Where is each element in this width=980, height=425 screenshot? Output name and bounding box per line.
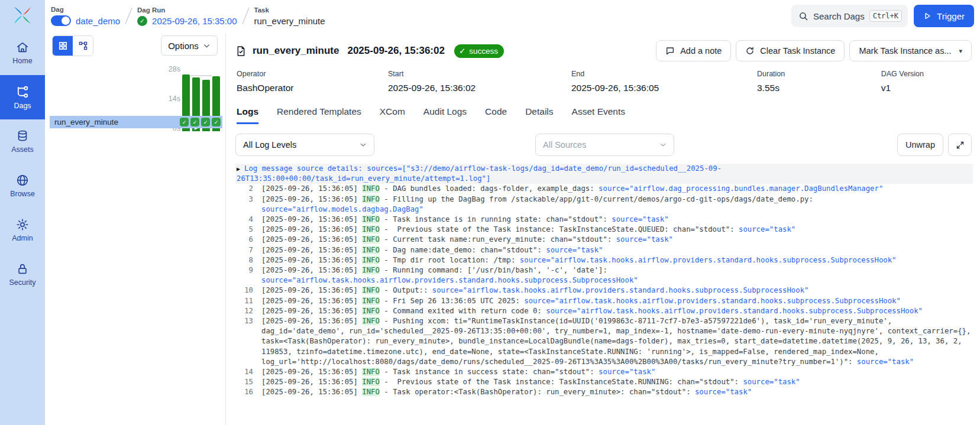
log-source-link[interactable]: Log message source details: sources=["s3… bbox=[237, 164, 722, 183]
log-line: 7[2025-09-26, 15:36:05] INFO - Dag name:… bbox=[235, 245, 973, 255]
log-level-select[interactable]: All Log Levels bbox=[235, 134, 374, 156]
log-line-number: 16 bbox=[235, 387, 253, 397]
sidebar-item-admin[interactable]: Admin bbox=[0, 208, 45, 252]
log-source-link[interactable]: source="task" bbox=[743, 378, 800, 386]
task-success-badge[interactable]: ✓ bbox=[212, 118, 221, 126]
tab-rendered-templates[interactable]: Rendered Templates bbox=[277, 106, 361, 124]
tab-xcom[interactable]: XCom bbox=[380, 106, 405, 124]
dags-icon bbox=[16, 85, 30, 99]
log-line-number: 14 bbox=[235, 367, 253, 377]
search-placeholder: Search Dags bbox=[813, 11, 865, 21]
log-source-link[interactable]: source="airflow.task.hooks.airflow.provi… bbox=[524, 297, 901, 305]
sidebar-item-label: Admin bbox=[12, 234, 33, 242]
log-source-link[interactable]: source="task" bbox=[739, 225, 795, 233]
log-level-chip: INFO bbox=[362, 317, 380, 325]
search-dags-input[interactable]: Search Dags Ctrl+K bbox=[791, 5, 908, 27]
log-source-link[interactable]: source="airflow.task.hooks.airflow.provi… bbox=[520, 256, 897, 264]
chevron-down-icon bbox=[659, 141, 667, 148]
sidebar-item-assets[interactable]: Assets bbox=[0, 119, 45, 164]
tab-bar: Logs Rendered Templates XCom Audit Logs … bbox=[232, 106, 980, 124]
log-line-number: 13 bbox=[235, 316, 253, 367]
log-source-link[interactable]: source="task" bbox=[616, 235, 673, 244]
log-line: 6[2025-09-26, 15:36:05] INFO - Current t… bbox=[235, 235, 973, 245]
log-source-link[interactable]: source="task" bbox=[695, 388, 752, 396]
fullscreen-button[interactable] bbox=[948, 134, 972, 156]
header-actions: Add a note Clear Task Instance Mark Task… bbox=[656, 40, 972, 61]
dag-run-link[interactable]: 2025-09-26, 15:35:00 bbox=[152, 16, 237, 26]
duration-chart: 28s 14s 0s ▶ bbox=[50, 51, 222, 116]
topbar: Dag date_demo Dag Run ✓ 2025-09-26, 15:3… bbox=[45, 0, 980, 32]
log-line-content: [2025-09-26, 15:36:05] INFO - Current ta… bbox=[261, 235, 973, 245]
clear-task-instance-button[interactable]: Clear Task Instance bbox=[736, 40, 845, 61]
tab-details[interactable]: Details bbox=[525, 106, 553, 124]
mark-as-label: Mark Task Instance as... bbox=[859, 46, 951, 56]
trigger-button[interactable]: Trigger bbox=[914, 5, 974, 27]
tab-logs[interactable]: Logs bbox=[237, 106, 258, 124]
expand-triangle-icon[interactable]: ▶ bbox=[237, 166, 240, 172]
log-source-link[interactable]: source="airflow.dag_processing.bundles.m… bbox=[599, 184, 883, 193]
airflow-logo[interactable] bbox=[0, 0, 45, 31]
log-level-chip: INFO bbox=[362, 184, 380, 193]
tab-audit-logs[interactable]: Audit Logs bbox=[423, 106, 467, 124]
add-note-button[interactable]: Add a note bbox=[656, 40, 731, 61]
expand-icon bbox=[956, 141, 965, 150]
sidebar-item-label: Security bbox=[9, 278, 35, 287]
log-source-link[interactable]: source="airflow.task.hooks.airflow.provi… bbox=[261, 276, 638, 284]
play-icon bbox=[923, 12, 932, 20]
log-line-content: [2025-09-26, 15:36:05] INFO - Command ex… bbox=[261, 306, 973, 316]
sidebar-item-browse[interactable]: Browse bbox=[0, 164, 45, 208]
tab-asset-events[interactable]: Asset Events bbox=[572, 106, 625, 124]
chevron-down-icon bbox=[360, 141, 367, 148]
log-line-content: [2025-09-26, 15:36:05] INFO - Previous s… bbox=[261, 225, 973, 235]
task-success-badge[interactable]: ✓ bbox=[190, 118, 199, 126]
log-source-link[interactable]: source="task" bbox=[857, 358, 914, 366]
log-source-link[interactable]: source="airflow.task.hooks.airflow.provi… bbox=[432, 286, 809, 294]
sidebar-item-security[interactable]: Security bbox=[0, 252, 45, 297]
check-icon: ✓ bbox=[459, 46, 465, 56]
log-level-chip: INFO bbox=[362, 246, 380, 254]
dag-link[interactable]: date_demo bbox=[76, 16, 120, 26]
log-line: 9[2025-09-26, 15:36:05] INFO - Running c… bbox=[235, 265, 973, 286]
log-lines: ▶Log message source details: sources=["s… bbox=[235, 164, 973, 398]
log-source-link[interactable]: source="airflow.models.dagbag.DagBag" bbox=[261, 205, 423, 213]
grid-panel: Options 28s 14s 0s ▶ run_every_minute ✓✓… bbox=[50, 33, 222, 425]
sidebar-item-home[interactable]: Home bbox=[0, 31, 45, 75]
log-line-number: 12 bbox=[235, 306, 253, 316]
task-success-badge[interactable]: ✓ bbox=[180, 118, 189, 126]
sidebar-item-dags[interactable]: Dags bbox=[0, 75, 45, 119]
unwrap-button[interactable]: Unwrap bbox=[897, 134, 943, 156]
globe-icon bbox=[16, 174, 29, 187]
log-line-number: 10 bbox=[235, 286, 253, 296]
log-line: 10[2025-09-26, 15:36:05] INFO - Output::… bbox=[235, 286, 973, 296]
meta-duration: Duration 3.55s bbox=[757, 70, 878, 93]
log-source-link[interactable]: source="task" bbox=[599, 368, 655, 376]
search-icon bbox=[798, 11, 808, 21]
home-icon bbox=[16, 41, 29, 54]
mark-task-instance-as-button[interactable]: Mark Task Instance as... ▾ bbox=[849, 40, 972, 61]
log-source-details-line[interactable]: ▶Log message source details: sources=["s… bbox=[235, 164, 973, 184]
status-badge[interactable]: ✓ success bbox=[454, 44, 504, 58]
log-line-number: 4 bbox=[235, 215, 253, 225]
note-icon bbox=[665, 46, 675, 56]
log-line-content: [2025-09-26, 15:36:05] INFO - Previous s… bbox=[261, 377, 973, 387]
breadcrumb-task: Task run_every_minute bbox=[254, 7, 325, 26]
run-success-check-icon: ✓ bbox=[137, 16, 147, 26]
log-source-select[interactable]: All Sources bbox=[535, 134, 674, 156]
log-source-link[interactable]: source="airflow.task.hooks.airflow.provi… bbox=[546, 307, 923, 315]
log-line: 4[2025-09-26, 15:36:05] INFO - Task inst… bbox=[235, 215, 973, 225]
log-level-chip: INFO bbox=[362, 378, 380, 386]
task-instance-title: run_every_minute bbox=[253, 45, 339, 57]
log-level-chip: INFO bbox=[362, 256, 380, 264]
log-line-content: [2025-09-26, 15:36:05] INFO - Fri Sep 26… bbox=[261, 296, 973, 306]
task-success-badge[interactable]: ✓ bbox=[201, 118, 210, 126]
sidebar: Home Dags Assets Browse Admin Security bbox=[0, 0, 45, 425]
dag-pause-toggle[interactable] bbox=[51, 15, 71, 26]
log-line-content: [2025-09-26, 15:36:05] INFO - Pushing xc… bbox=[261, 316, 973, 367]
log-source-link[interactable]: source="task" bbox=[546, 246, 603, 254]
task-row-run-every-minute[interactable]: run_every_minute ✓✓✓✓ bbox=[50, 116, 222, 128]
meta-start: Start 2025-09-26, 15:36:02 bbox=[388, 70, 571, 93]
panel-divider[interactable] bbox=[225, 33, 226, 425]
log-source-link[interactable]: source="task" bbox=[612, 215, 668, 223]
task-instance-header: run_every_minute 2025-09-26, 15:36:02 ✓ … bbox=[232, 33, 980, 61]
tab-code[interactable]: Code bbox=[485, 106, 507, 124]
